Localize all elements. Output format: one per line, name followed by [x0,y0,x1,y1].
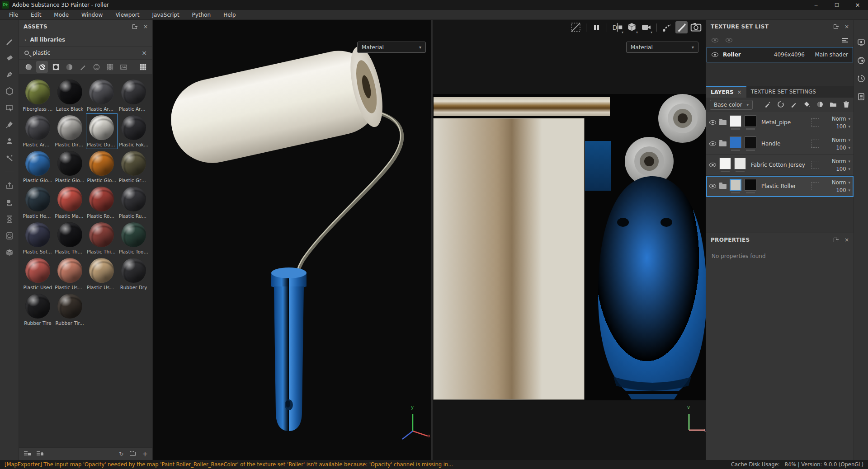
library-selector[interactable]: › All libraries [19,33,152,46]
add-smart-material-icon[interactable] [764,101,771,109]
delete-layer-icon[interactable] [843,101,850,109]
symmetry-off-icon[interactable] [570,21,582,33]
import-resources-icon[interactable]: + [142,450,148,458]
close-button[interactable]: ✕ [847,0,868,10]
material-item[interactable]: Plastic Rou... [86,185,118,220]
layer-row[interactable]: Fabric Cotton Jersey Norm▾ 100▾ [706,155,854,176]
menu-item[interactable]: Edit [24,10,47,20]
maximize-button[interactable]: ☐ [826,0,847,10]
viewport-3d[interactable]: y x Material ▾ [153,20,431,460]
material-item[interactable]: Rubber Tire [22,292,54,328]
history-hourglass-icon[interactable] [4,213,15,225]
opacity-dropdown[interactable]: 100▾ [836,123,850,130]
blend-mode-dropdown[interactable]: Norm▾ [832,158,850,164]
layer-mask-thumbnail[interactable] [745,136,756,148]
close-panel-icon[interactable]: × [844,237,849,243]
material-item[interactable]: Plastic Tool... [118,220,150,256]
layer-row[interactable]: Handle Norm▾ 100▾ [706,133,854,155]
opacity-dropdown[interactable]: 100▾ [836,166,850,172]
geometry-mask-tool-icon[interactable] [4,102,15,114]
particles-icon[interactable] [661,21,673,33]
material-item[interactable]: Plastic Matte [54,185,86,220]
viewport-2d[interactable]: v u Material ▾ [433,20,706,460]
toggle-all-visibility-icon[interactable] [712,38,718,42]
layer-content-thumbnail[interactable] [730,115,741,127]
menu-item[interactable]: Python [186,10,217,20]
material-item[interactable]: Plastic Grai... [118,149,150,185]
layer-content-thumbnail[interactable] [730,136,741,148]
material-item[interactable]: Fiberglass ... [22,78,54,113]
visibility-eye-icon[interactable] [712,52,718,57]
layer-mask-thumbnail[interactable] [734,158,746,169]
shader-settings-icon[interactable] [857,56,866,65]
projection-tool-icon[interactable] [4,69,15,80]
layer-visibility-eye-icon[interactable] [709,163,716,167]
layer-row[interactable]: Plastic Roller Norm▾ 100▾ [706,176,854,197]
add-paint-layer-icon[interactable] [790,101,797,109]
pause-engine-icon[interactable] [590,21,603,33]
minimize-button[interactable]: ─ [806,0,826,10]
material-item[interactable]: Plastic Arm... [118,78,150,113]
texture-set-row[interactable]: Roller 4096x4096 Main shader [707,47,853,62]
list-options-icon[interactable] [842,38,848,42]
material-item[interactable]: Plastic Dusty [86,113,118,149]
add-effect-icon[interactable] [777,101,784,109]
opacity-dropdown[interactable]: 100▾ [836,187,850,193]
menu-item[interactable]: Window [75,10,109,20]
baking-icon[interactable] [4,197,15,208]
material-item[interactable]: Plastic Arm... [22,113,54,149]
stamp-tool-icon[interactable] [4,136,15,147]
filter-environments-icon[interactable] [118,61,129,73]
blend-mode-dropdown[interactable]: Norm▾ [832,116,850,122]
material-item[interactable]: Latex Black [54,78,86,113]
material-item[interactable]: Plastic Arm... [86,78,118,113]
add-folder-icon[interactable] [830,101,837,109]
material-item[interactable]: Plastic Glo... [22,149,54,185]
material-item[interactable]: Plastic Used [22,256,54,292]
layer-visibility-eye-icon[interactable] [709,141,716,146]
display-settings-icon[interactable] [857,38,866,47]
asset-import-icon[interactable] [36,450,43,457]
material-item[interactable]: Plastic Fak... [118,113,150,149]
refresh-shelf-icon[interactable]: ↻ [119,451,123,457]
tab-texture-set-settings[interactable]: TEXTURE SET SETTINGS [746,86,821,98]
clear-search-icon[interactable]: × [142,49,147,56]
layer-visibility-eye-icon[interactable] [709,120,716,125]
tab-layers[interactable]: LAYERS × [706,86,746,98]
filter-textures-icon[interactable] [104,61,116,73]
close-panel-icon[interactable]: × [143,23,148,30]
camera-icon[interactable]: ▾ [640,21,652,33]
material-item[interactable]: Plastic Hex... [22,185,54,220]
add-fill-layer-icon[interactable] [803,101,811,109]
polygon-fill-tool-icon[interactable] [4,85,15,97]
material-item[interactable]: Plastic Use... [86,256,118,292]
blend-mode-dropdown[interactable]: Norm▾ [832,137,850,143]
clone-tool-icon[interactable] [4,119,15,131]
smudge-tool-icon[interactable] [4,152,15,164]
material-item[interactable]: Rubber Dry [118,256,150,292]
filter-filters-icon[interactable] [63,61,75,73]
history-icon[interactable] [857,74,866,83]
menu-item[interactable]: JavaScript [146,10,185,20]
filter-alphas-icon[interactable] [90,61,102,73]
material-item[interactable]: Plastic Thic... [86,220,118,256]
float-panel-icon[interactable] [132,24,137,29]
material-item[interactable]: Rubber Tir... [54,292,86,328]
filter-smart-masks-icon[interactable] [50,61,61,73]
layer-visibility-eye-icon[interactable] [709,184,716,188]
layer-content-thumbnail[interactable] [730,179,741,191]
menu-item[interactable]: File [3,10,24,20]
snapshot-icon[interactable] [690,21,702,33]
opacity-dropdown[interactable]: 100▾ [836,145,850,151]
search-input[interactable] [33,50,138,56]
resources-updater-icon[interactable] [4,230,15,242]
material-item[interactable]: Plastic Dirt... [54,113,86,149]
menu-item[interactable]: Help [217,10,242,20]
open-shelf-folder-icon[interactable] [130,452,136,456]
shelf-box-icon[interactable] [4,247,15,258]
layer-content-thumbnail[interactable] [719,158,731,169]
material-item[interactable]: Plastic The... [54,220,86,256]
paint-tool-icon[interactable] [4,35,15,47]
material-item[interactable]: Plastic Glo... [86,149,118,185]
shading-mode-dropdown-2d[interactable]: Material ▾ [626,42,698,53]
